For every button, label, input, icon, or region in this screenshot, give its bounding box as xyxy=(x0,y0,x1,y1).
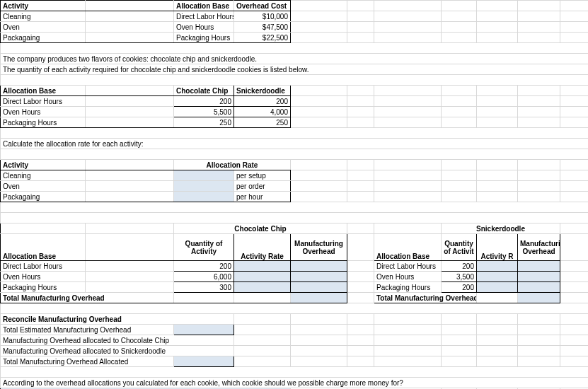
choc-r0-qty: 200 xyxy=(174,261,234,272)
choc-h-mfg: Manufacturing Overhead xyxy=(291,234,347,261)
t2-r2-base: Packaging Hours xyxy=(1,117,86,128)
t2-r1-snick: 4,000 xyxy=(234,107,291,117)
t2-head-snick: Snickerdoodle xyxy=(234,86,291,96)
snick-r2-base: Packaging Hours xyxy=(374,282,442,293)
reconcile-r1-input[interactable] xyxy=(174,325,234,335)
t3-r0-per: per setup xyxy=(234,170,291,181)
snick-r1-rate[interactable] xyxy=(477,272,518,282)
t1-r2-cost: $22,500 xyxy=(234,33,291,43)
t1-r1-cost: $47,500 xyxy=(234,22,291,33)
snick-r2-mfg[interactable] xyxy=(518,282,560,293)
snick-h-rate: Activity R xyxy=(477,234,518,261)
choc-total-input[interactable] xyxy=(291,293,347,303)
empty xyxy=(86,1,174,11)
choc-r0-rate[interactable] xyxy=(234,261,291,272)
snick-r0-qty: 200 xyxy=(442,261,477,272)
choc-h-base: Allocation Base xyxy=(1,234,86,261)
t1-r1-activity: Oven xyxy=(1,22,86,33)
t1-head-activity: Activity xyxy=(1,1,86,11)
t2-r2-choc: 250 xyxy=(174,117,234,128)
choc-h-qty: Quantity of Activity xyxy=(174,234,234,261)
snick-r1-base: Oven Hours xyxy=(374,272,442,282)
snick-r1-qty: 3,500 xyxy=(442,272,477,282)
choc-title: Chocolate Chip xyxy=(174,223,347,234)
t1-head-cost: Overhead Cost xyxy=(234,1,291,11)
t2-head-base: Allocation Base xyxy=(1,86,86,96)
t3-r2-per: per hour xyxy=(234,192,291,202)
t3-r1-per: per order xyxy=(234,181,291,192)
t3-r1-input[interactable] xyxy=(174,181,234,192)
desc-line-1: The company produces two flavors of cook… xyxy=(1,54,589,64)
t2-r2-snick: 250 xyxy=(234,117,291,128)
choc-r2-qty: 300 xyxy=(174,282,234,293)
choc-total-label: Total Manufacturing Overhead xyxy=(1,293,174,303)
snick-total-label: Total Manufacturing Overhead xyxy=(374,293,477,303)
choc-r2-rate[interactable] xyxy=(234,282,291,293)
choc-r0-base: Direct Labor Hours xyxy=(1,261,86,272)
t1-r0-cost: $10,000 xyxy=(234,11,291,22)
reconcile-r1: Total Estimated Manufacturing Overhead xyxy=(1,325,174,335)
t1-r2-base: Packaging Hours xyxy=(174,33,234,43)
choc-r2-mfg[interactable] xyxy=(291,282,347,293)
choc-r0-mfg[interactable] xyxy=(291,261,347,272)
desc-line-2: The quantity of each activity required f… xyxy=(1,64,589,75)
t1-head-base: Allocation Base xyxy=(174,1,234,11)
snick-r1-mfg[interactable] xyxy=(518,272,560,282)
choc-r1-rate[interactable] xyxy=(234,272,291,282)
reconcile-r2: Manufacturing Overhead allocated to Choc… xyxy=(1,335,234,346)
choc-r1-qty: 6,000 xyxy=(174,272,234,282)
reconcile-r4: Total Manufacturing Overhead Allocated xyxy=(1,356,174,367)
t1-r0-base: Direct Labor Hours xyxy=(174,11,234,22)
t1-r2-activity: Packagaing xyxy=(1,33,86,43)
t2-r1-base: Oven Hours xyxy=(1,107,86,117)
t2-head-choc: Chocolate Chip xyxy=(174,86,234,96)
t2-r0-base: Direct Labor Hours xyxy=(1,96,86,107)
snick-r0-rate[interactable] xyxy=(477,261,518,272)
choc-h-rate: Activity Rate xyxy=(234,234,291,261)
t3-head-rate: Allocation Rate xyxy=(174,160,291,170)
t3-r0-input[interactable] xyxy=(174,170,234,181)
calc-instruction: Calculate the allocation rate for each a… xyxy=(1,139,589,149)
snick-r0-base: Direct Labor Hours xyxy=(374,261,442,272)
t1-r0-activity: Cleaning xyxy=(1,11,86,22)
t1-r1-base: Oven Hours xyxy=(174,22,234,33)
snick-r2-rate[interactable] xyxy=(477,282,518,293)
t3-r2-input[interactable] xyxy=(174,192,234,202)
choc-r2-base: Packaging Hours xyxy=(1,282,86,293)
reconcile-header: Reconcile Manufacturing Overhead xyxy=(1,314,234,325)
snick-h-mfg: Manufacturing Overhead xyxy=(518,234,560,261)
snick-h-base: Allocation Base xyxy=(374,234,442,261)
snick-r0-mfg[interactable] xyxy=(518,261,560,272)
spreadsheet-grid: Activity Allocation Base Overhead Cost C… xyxy=(0,0,588,389)
t3-r0-activity: Cleaning xyxy=(1,170,86,181)
t2-r0-snick: 200 xyxy=(234,96,291,107)
snick-h-qty: Quantity of Activit xyxy=(442,234,477,261)
choc-r1-base: Oven Hours xyxy=(1,272,86,282)
snick-title: Snickerdoodle xyxy=(442,223,560,234)
t3-r1-activity: Oven xyxy=(1,181,86,192)
reconcile-r4-input[interactable] xyxy=(174,356,234,367)
snick-r2-qty: 200 xyxy=(442,282,477,293)
t2-r1-choc: 5,500 xyxy=(174,107,234,117)
reconcile-r3: Manufacturing Overhead allocated to Snic… xyxy=(1,346,234,356)
t3-r2-activity: Packagaing xyxy=(1,192,86,202)
t2-r0-choc: 200 xyxy=(174,96,234,107)
snick-total-input[interactable] xyxy=(518,293,560,303)
choc-r1-mfg[interactable] xyxy=(291,272,347,282)
final-question: According to the overhead allocations yo… xyxy=(1,378,589,388)
t3-head-activity: Activity xyxy=(1,160,86,170)
